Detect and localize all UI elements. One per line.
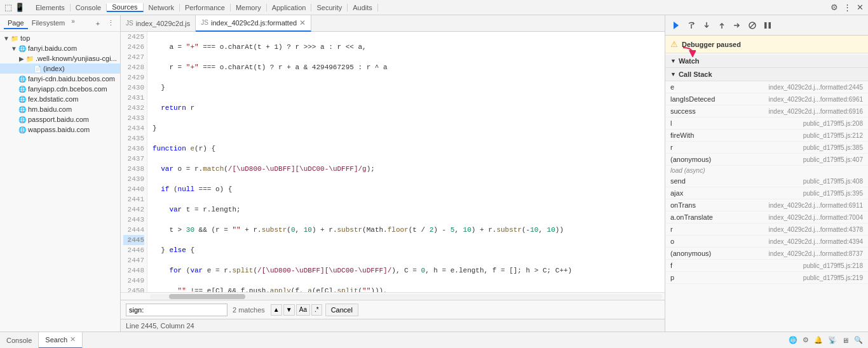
code-editor[interactable]: a = "+" === o.charAt(t + 1) ? r >>> a : … bbox=[147, 32, 665, 292]
callstack-item-3[interactable]: l public_d179ff5.js:208 bbox=[665, 117, 868, 130]
tree-label-passport: passport.baidu.com bbox=[28, 116, 89, 123]
more-icon[interactable]: ⋮ bbox=[842, 3, 852, 13]
callstack-item-2[interactable]: success index_4029c2d.j...formatted:6916 bbox=[665, 105, 868, 117]
svg-line-6 bbox=[750, 23, 755, 28]
search-input[interactable] bbox=[126, 304, 227, 316]
search-prev-btn[interactable]: ▲ bbox=[271, 304, 282, 316]
hscroll-thumb[interactable] bbox=[169, 294, 245, 299]
tab-audits[interactable]: Audits bbox=[348, 4, 378, 11]
tree-label-index: (index) bbox=[43, 65, 65, 72]
device-icon[interactable]: 📱 bbox=[15, 3, 25, 13]
tree-item-cdn[interactable]: 🌐 fanyi-cdn.baidu.bcebos.com bbox=[0, 74, 120, 84]
tree-item-fex[interactable]: 🌐 fex.bdstatic.com bbox=[0, 94, 120, 104]
tree-arrow-fanyi: ▼ bbox=[10, 45, 18, 52]
tab-sources[interactable]: Sources bbox=[107, 3, 143, 12]
domain-icon-hm: 🌐 bbox=[18, 105, 27, 114]
tree-item-wappass[interactable]: 🌐 wappass.baidu.com bbox=[0, 124, 120, 135]
tree-label-fanyi: fanyi.baidu.com bbox=[28, 44, 77, 52]
callstack-item-14[interactable]: (anonymous) index_4029c2d.j...formatted:… bbox=[665, 248, 868, 260]
tab-elements[interactable]: Elements bbox=[31, 4, 71, 11]
tab-filesystem[interactable]: Filesystem bbox=[28, 18, 69, 29]
callstack-item-8[interactable]: send public_d179ff5.js:408 bbox=[665, 175, 868, 187]
tree-label-fanyiapp: fanyiapp.cdn.bcebos.com bbox=[28, 85, 107, 93]
editor-tab-label-1: index_4029c2d.js bbox=[136, 20, 191, 27]
watch-label: Watch bbox=[679, 57, 700, 65]
callstack-async-label: load (async) bbox=[665, 166, 868, 175]
search-match-count: 2 matches bbox=[233, 306, 265, 314]
bottom-tab-console[interactable]: Console bbox=[0, 332, 39, 349]
regex-btn[interactable]: .* bbox=[311, 304, 322, 316]
search-icon[interactable]: 🔍 bbox=[854, 336, 863, 344]
tree-item-wellknown[interactable]: ▶ 📁 .well-known/yunjiasu-cgi... bbox=[0, 53, 120, 64]
editor-tab-js-min[interactable]: JS index_4029c2d.js bbox=[121, 15, 196, 32]
tab-console[interactable]: Console bbox=[71, 4, 107, 11]
debug-panel: ⚠ Debugger paused ▼ Watch ▼ Call Stack bbox=[665, 15, 868, 331]
js-icon-2: JS bbox=[201, 19, 208, 26]
callstack-item-6[interactable]: (anonymous) public_d179ff5.js:407 bbox=[665, 154, 868, 166]
step-btn[interactable] bbox=[730, 18, 744, 32]
tab-performance[interactable]: Performance bbox=[180, 4, 231, 11]
deactivate-breakpoints-btn[interactable] bbox=[745, 18, 759, 32]
tree-item-fanyi[interactable]: ▼ 🌐 fanyi.baidu.com bbox=[0, 43, 120, 53]
js-icon-1: JS bbox=[126, 20, 133, 27]
editor-tab-close-btn[interactable]: ✕ bbox=[299, 18, 306, 27]
callstack-item-16[interactable]: p public_d179ff5.js:219 bbox=[665, 272, 868, 284]
callstack-item-5[interactable]: r public_d179ff5.js:385 bbox=[665, 142, 868, 154]
tab-network[interactable]: Network bbox=[144, 4, 180, 11]
debug-toolbar bbox=[665, 15, 868, 36]
callstack-section-header[interactable]: ▼ Call Stack bbox=[665, 68, 868, 81]
tab-security[interactable]: Security bbox=[311, 4, 348, 11]
callstack-item-10[interactable]: onTrans index_4029c2d.j...formatted:6911 bbox=[665, 199, 868, 211]
bottom-tab-search-close[interactable]: ✕ bbox=[70, 335, 76, 344]
callstack-item-12[interactable]: r index_4029c2d.j...formatted:4378 bbox=[665, 224, 868, 236]
resume-btn[interactable] bbox=[669, 18, 683, 32]
settings-icon[interactable]: ⚙ bbox=[829, 3, 839, 13]
search-cancel-btn[interactable]: Cancel bbox=[325, 304, 358, 316]
folder-icon: 📁 bbox=[10, 34, 19, 43]
tree-item-hm[interactable]: 🌐 hm.baidu.com bbox=[0, 104, 120, 114]
step-into-btn[interactable] bbox=[700, 18, 714, 32]
status-text: Line 2445, Column 24 bbox=[126, 322, 194, 330]
tab-page[interactable]: Page bbox=[4, 18, 28, 29]
callstack-item-1[interactable]: langIsDeteced index_4029c2d.j...formatte… bbox=[665, 93, 868, 105]
tree-item-passport[interactable]: 🌐 passport.baidu.com bbox=[0, 114, 120, 124]
step-out-btn[interactable] bbox=[715, 18, 729, 32]
callstack-func-15: f bbox=[670, 262, 803, 269]
callstack-func-5: r bbox=[670, 144, 803, 151]
bottom-tab-search[interactable]: Search ✕ bbox=[39, 332, 83, 349]
hscroll-track[interactable] bbox=[150, 294, 662, 299]
callstack-func-8: send bbox=[670, 177, 803, 185]
callstack-item-11[interactable]: a.onTranslate index_4029c2d.j...formatte… bbox=[665, 211, 868, 224]
close-devtools-icon[interactable]: ✕ bbox=[855, 3, 865, 13]
code-line-2436: for (var e = r.split(/[\uD800-\uDBFF][\u… bbox=[153, 265, 660, 276]
tree-item-top[interactable]: ▼ 📁 top bbox=[0, 33, 120, 43]
editor-tab-js-formatted[interactable]: JS index_4029c2d.js:formatted ✕ bbox=[196, 15, 311, 32]
domain-icon-cdn: 🌐 bbox=[18, 74, 27, 83]
file-panel-more-icon[interactable]: ⋮ bbox=[105, 18, 116, 29]
tab-memory[interactable]: Memory bbox=[231, 4, 267, 11]
callstack-item-4[interactable]: fireWith public_d179ff5.js:212 bbox=[665, 130, 868, 142]
tree-item-fanyiapp[interactable]: 🌐 fanyiapp.cdn.bcebos.com bbox=[0, 84, 120, 94]
search-next-btn[interactable]: ▼ bbox=[283, 304, 295, 316]
more-sources-btn[interactable]: » bbox=[71, 18, 75, 29]
file-panel-tabs: Page Filesystem » bbox=[4, 18, 75, 29]
callstack-item-15[interactable]: f public_d179ff5.js:218 bbox=[665, 260, 868, 272]
callstack-loc-8: public_d179ff5.js:408 bbox=[803, 178, 863, 185]
pause-exceptions-btn[interactable] bbox=[761, 18, 775, 32]
match-case-btn[interactable]: Aa bbox=[296, 304, 310, 316]
callstack-loc-2: index_4029c2d.j...formatted:6916 bbox=[769, 108, 863, 115]
new-snippet-icon[interactable]: + bbox=[93, 18, 103, 29]
step-over-btn[interactable] bbox=[684, 18, 698, 32]
domain-icon-1: 🌐 bbox=[18, 44, 27, 53]
device-frame-icon: 🖥 bbox=[842, 337, 849, 344]
bottom-tabs: Console Search ✕ 🌐 ⚙ 🔔 📡 🖥 🔍 bbox=[0, 331, 868, 348]
tab-application[interactable]: Application bbox=[267, 4, 312, 11]
tree-item-index[interactable]: 📄 (index) bbox=[0, 64, 120, 74]
callstack-item-9[interactable]: ajax public_d179ff5.js:395 bbox=[665, 187, 868, 199]
editor-tabs: JS index_4029c2d.js JS index_4029c2d.js:… bbox=[121, 15, 665, 32]
inspect-icon[interactable]: ⬚ bbox=[3, 3, 13, 13]
debug-arrow-svg bbox=[670, 44, 696, 57]
horizontal-scrollbar[interactable] bbox=[121, 292, 665, 300]
callstack-item-0[interactable]: e index_4029c2d.j...formatted:2445 bbox=[665, 81, 868, 93]
callstack-item-13[interactable]: o index_4029c2d.j...formatted:4394 bbox=[665, 236, 868, 248]
